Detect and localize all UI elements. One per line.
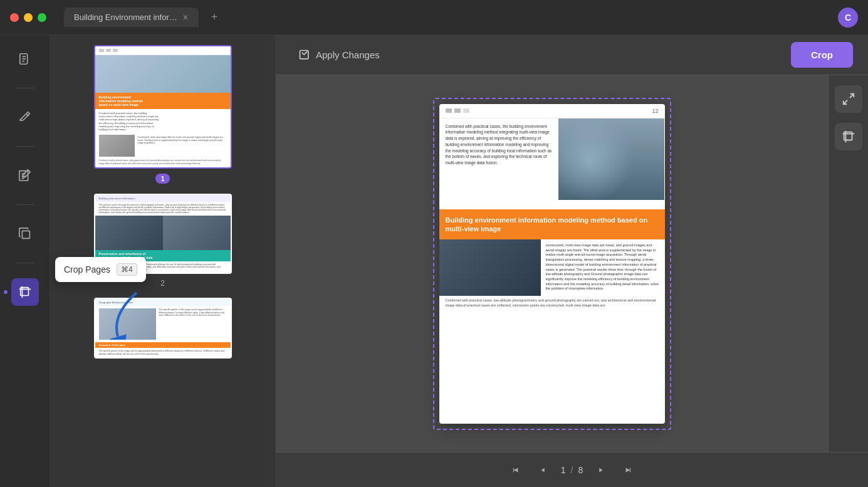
- page-bottom-section: constructed, multi-view image data are f…: [439, 239, 665, 296]
- apply-changes-button[interactable]: Apply Changes: [291, 44, 387, 66]
- sidebar-divider-1: [16, 88, 34, 88]
- crop-handle-tl[interactable]: [433, 98, 441, 105]
- page-bottom-right-text: constructed, multi-view image data are f…: [541, 239, 665, 296]
- thumb-3-title: Geometric Philosophy: [95, 342, 231, 348]
- crop-handle-bl[interactable]: [433, 422, 441, 430]
- next-page-button[interactable]: [590, 460, 610, 480]
- apply-changes-label: Apply Changes: [316, 50, 380, 60]
- thumb-1-banner: Building environmentinformation modeling…: [95, 93, 231, 109]
- svg-line-16: [843, 100, 847, 104]
- thumb-3-text: The specific pattern of the image can be…: [159, 308, 226, 340]
- icon-sidebar: [0, 35, 50, 487]
- tab-close-icon[interactable]: ✕: [182, 13, 189, 22]
- expand-tool-button[interactable]: [835, 85, 862, 113]
- thumbnail-page-1[interactable]: Building environmentinformation modeling…: [60, 45, 265, 184]
- sidebar-icon-copy[interactable]: [11, 220, 39, 248]
- first-page-button[interactable]: [506, 460, 526, 480]
- document-view: 12 Combined with practical cases, the bu…: [276, 75, 828, 452]
- active-dot: [4, 290, 8, 294]
- thumb-2-img1: [95, 216, 163, 250]
- page-top-text: Combined with practical cases, the build…: [439, 118, 559, 209]
- thumb-1-text1: Combined with practical cases, the build…: [95, 109, 231, 134]
- thumbnail-page-3[interactable]: Geographic Architecture Notes The specif…: [60, 298, 265, 359]
- svg-line-15: [849, 94, 853, 98]
- sidebar-icon-edit[interactable]: [11, 162, 39, 189]
- thumb-3-content: The specific pattern of the image can be…: [95, 306, 231, 342]
- avatar: C: [838, 8, 858, 28]
- crop-handle-tr[interactable]: [664, 98, 671, 105]
- tooltip-shortcut: ⌘4: [117, 263, 137, 276]
- sidebar-divider-3: [16, 204, 34, 205]
- maximize-button[interactable]: [38, 13, 46, 22]
- orange-banner: Building environment information modelin…: [439, 209, 665, 240]
- sidebar-divider-2: [16, 146, 34, 147]
- toolbar: Apply Changes Crop: [276, 35, 868, 75]
- thumb-2-images: [95, 216, 231, 250]
- total-pages: 8: [578, 465, 583, 475]
- page-bottom-image: [439, 239, 541, 296]
- page-number: 12: [652, 108, 658, 114]
- prev-page-button[interactable]: [533, 460, 553, 480]
- thumb-frame-1[interactable]: Building environmentinformation modeling…: [94, 45, 232, 169]
- thumb-1-number: 1: [155, 174, 169, 184]
- pagination-bar: 1 / 8: [276, 452, 868, 487]
- page-separator: /: [571, 465, 573, 475]
- minimize-button[interactable]: [24, 13, 33, 22]
- crop-button[interactable]: Crop: [791, 42, 853, 68]
- crop-tool-button[interactable]: [835, 123, 862, 150]
- thumb-3-header: Geographic Architecture Notes: [95, 299, 231, 306]
- page-top-image: [558, 118, 664, 200]
- svg-rect-9: [22, 231, 29, 238]
- thumb-3-image: [99, 308, 157, 340]
- thumb-2-label: 2: [160, 279, 165, 288]
- thumb-1-text2: Combined with practical cases, photogram…: [95, 158, 231, 167]
- new-tab-button[interactable]: +: [211, 11, 218, 24]
- thumb-1-image: [95, 55, 231, 93]
- main-layout: Building environmentinformation modeling…: [0, 35, 868, 487]
- thumb-2-img2: [163, 216, 231, 250]
- page-wrapper: 12 Combined with practical cases, the bu…: [439, 104, 665, 424]
- current-page: 1: [561, 465, 566, 475]
- sidebar-divider-4: [16, 263, 34, 263]
- close-button[interactable]: [10, 13, 19, 22]
- last-page-button[interactable]: [618, 460, 638, 480]
- content-area: Apply Changes Crop: [276, 35, 868, 487]
- thumb-2-header: Building environment information: [95, 195, 231, 202]
- active-tab[interactable]: Building Environment infor… ✕: [64, 8, 199, 27]
- page-footer-text: Combined with practical cases, low-altit…: [439, 296, 665, 310]
- page-top-section: Combined with practical cases, the build…: [439, 118, 665, 209]
- tooltip-label: Crop Pages: [64, 264, 110, 275]
- page-header: 12: [439, 104, 665, 118]
- traffic-lights: [10, 13, 46, 22]
- crop-handle-br[interactable]: [664, 422, 671, 430]
- titlebar: Building Environment infor… ✕ + C: [0, 0, 868, 35]
- thumb-frame-3[interactable]: Geographic Architecture Notes The specif…: [94, 298, 232, 359]
- page-indicator: 1 / 8: [561, 465, 583, 475]
- tab-title: Building Environment infor…: [74, 13, 177, 22]
- right-panel: [828, 75, 868, 452]
- sidebar-icon-document[interactable]: [11, 45, 39, 73]
- crop-pages-tooltip: Crop Pages ⌘4: [55, 257, 146, 282]
- page-canvas: 12 Combined with practical cases, the bu…: [439, 104, 665, 424]
- sidebar-icon-pen[interactable]: [11, 103, 39, 131]
- sidebar-icon-crop[interactable]: [11, 278, 39, 306]
